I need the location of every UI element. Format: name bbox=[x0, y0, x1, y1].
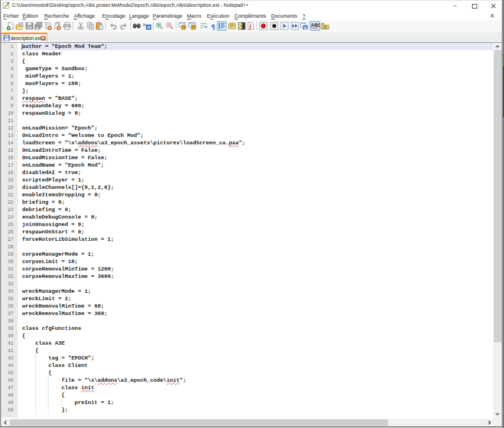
svg-text:a: a bbox=[147, 25, 150, 30]
svg-text:¶: ¶ bbox=[211, 22, 215, 31]
svg-text:b: b bbox=[143, 22, 146, 27]
svg-text:ABC: ABC bbox=[311, 22, 320, 28]
